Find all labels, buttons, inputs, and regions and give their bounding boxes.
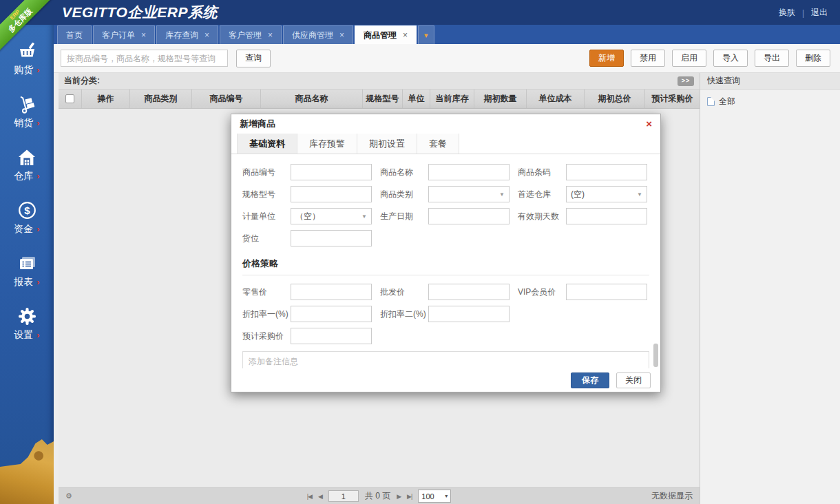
estimated-purchase-price-field[interactable] bbox=[291, 328, 372, 344]
close-icon[interactable]: × bbox=[646, 119, 652, 129]
col-category[interactable]: 商品类别 bbox=[130, 90, 192, 108]
close-icon[interactable]: × bbox=[268, 31, 273, 39]
chevron-right-icon: › bbox=[36, 119, 39, 127]
disable-button[interactable]: 禁用 bbox=[631, 50, 665, 67]
col-unit-cost[interactable]: 单位成本 bbox=[527, 90, 585, 108]
discount-rate-2-field[interactable] bbox=[428, 306, 510, 322]
tab-inventory-query[interactable]: 库存查询 × bbox=[156, 25, 218, 44]
search-button[interactable]: 查询 bbox=[236, 50, 271, 67]
col-initial-total[interactable]: 期初总价 bbox=[585, 90, 645, 108]
storage-location-field[interactable] bbox=[291, 230, 372, 246]
sidebar-item-sales[interactable]: 销货 › bbox=[0, 86, 54, 138]
enable-button[interactable]: 启用 bbox=[672, 50, 706, 67]
field-label: VIP会员价 bbox=[518, 286, 566, 298]
col-spec[interactable]: 规格型号 bbox=[363, 90, 403, 108]
tab-product-management[interactable]: 商品管理 × bbox=[355, 25, 417, 44]
field-label: 预计采购价 bbox=[242, 330, 291, 342]
col-estimated-price[interactable]: 预计采购价 bbox=[645, 90, 700, 108]
chevron-down-icon: ▾ bbox=[445, 493, 448, 499]
chevron-right-icon: › bbox=[36, 278, 39, 286]
vip-price-field[interactable] bbox=[566, 284, 647, 300]
last-page-icon[interactable]: ▶| bbox=[407, 493, 412, 500]
discount-rate-1-field[interactable] bbox=[291, 306, 372, 322]
remark-textarea[interactable] bbox=[242, 351, 649, 368]
select-all-checkbox[interactable] bbox=[65, 94, 74, 103]
col-operation[interactable]: 操作 bbox=[82, 90, 130, 108]
product-code-field[interactable] bbox=[291, 164, 372, 180]
tab-label: 首页 bbox=[66, 26, 83, 44]
field-label: 折扣率二(%) bbox=[380, 308, 428, 320]
sidebar-item-funds[interactable]: $ 资金 › bbox=[0, 192, 54, 244]
svg-text:$: $ bbox=[24, 204, 30, 216]
next-page-icon[interactable]: ▶ bbox=[397, 493, 401, 500]
spec-model-field[interactable] bbox=[291, 186, 372, 202]
preferred-warehouse-select[interactable]: (空) ▼ bbox=[566, 186, 647, 202]
scrollbar-thumb[interactable] bbox=[653, 344, 658, 367]
delete-button[interactable]: 删除 bbox=[796, 50, 830, 67]
production-date-field[interactable] bbox=[428, 208, 510, 224]
close-icon[interactable]: × bbox=[403, 31, 408, 39]
pager-gear-icon[interactable]: ⚙ bbox=[65, 492, 72, 501]
tab-more-dropdown[interactable]: ▾ bbox=[418, 25, 434, 44]
first-page-icon[interactable]: |◀ bbox=[307, 493, 312, 500]
header-divider: | bbox=[802, 8, 804, 18]
close-icon[interactable]: × bbox=[141, 31, 146, 39]
change-skin-link[interactable]: 换肤 bbox=[779, 7, 795, 19]
tab-customer-management[interactable]: 客户管理 × bbox=[220, 25, 282, 44]
tab-label: 客户管理 bbox=[229, 26, 262, 44]
wholesale-price-field[interactable] bbox=[428, 284, 510, 300]
col-name[interactable]: 商品名称 bbox=[261, 90, 363, 108]
unit-select[interactable]: （空） ▼ bbox=[291, 208, 372, 224]
dialog-titlebar: 新增商品 × bbox=[231, 114, 660, 134]
quick-query-item-all[interactable]: 全部 bbox=[700, 90, 840, 114]
current-category-label: 当前分类: bbox=[64, 75, 100, 87]
tab-label: 供应商管理 bbox=[292, 26, 333, 44]
empty-data-text: 无数据显示 bbox=[451, 490, 693, 502]
category-bar: 当前分类: >> bbox=[59, 73, 700, 90]
sidebar-item-reports[interactable]: 报表 › bbox=[0, 245, 54, 297]
search-input[interactable] bbox=[61, 50, 228, 67]
close-icon[interactable]: × bbox=[204, 31, 209, 39]
field-label: 折扣率一(%) bbox=[242, 308, 291, 320]
tab-customer-orders[interactable]: 客户订单 × bbox=[93, 25, 155, 44]
quick-query-title: 快速查询 bbox=[700, 73, 840, 90]
tab-stock-alert[interactable]: 库存预警 bbox=[297, 134, 357, 154]
price-strategy-section-title: 价格策略 bbox=[242, 258, 649, 275]
tab-combo[interactable]: 套餐 bbox=[417, 134, 459, 154]
page-size-select[interactable]: 100 ▾ bbox=[418, 490, 451, 503]
tab-basic-info[interactable]: 基础资料 bbox=[237, 134, 297, 154]
dialog-body: 商品编号 商品名称 商品条码 规格型号 商品类别 ▼ bbox=[231, 154, 660, 368]
tab-home[interactable]: 首页 bbox=[57, 25, 92, 44]
export-button[interactable]: 导出 bbox=[755, 50, 789, 67]
document-icon bbox=[707, 97, 715, 106]
prev-page-icon[interactable]: ◀ bbox=[318, 493, 322, 500]
page-number-input[interactable] bbox=[328, 490, 359, 502]
category-select[interactable]: ▼ bbox=[428, 186, 510, 202]
col-initial-qty[interactable]: 期初数量 bbox=[474, 90, 527, 108]
select-all-cell bbox=[59, 90, 82, 108]
col-unit[interactable]: 单位 bbox=[403, 90, 430, 108]
col-code[interactable]: 商品编号 bbox=[192, 90, 261, 108]
gear-icon bbox=[18, 306, 36, 326]
sidebar-item-warehouse[interactable]: 仓库 › bbox=[0, 139, 54, 191]
add-button[interactable]: 新增 bbox=[589, 50, 624, 67]
retail-price-field[interactable] bbox=[291, 284, 372, 300]
tab-label: 库存查询 bbox=[165, 26, 198, 44]
sidebar-item-label: 购货 bbox=[14, 64, 33, 76]
close-icon[interactable]: × bbox=[339, 31, 344, 39]
col-current-stock[interactable]: 当前库存 bbox=[430, 90, 474, 108]
validity-days-field[interactable] bbox=[566, 208, 647, 224]
tab-supplier-management[interactable]: 供应商管理 × bbox=[283, 25, 353, 44]
collapse-panel-button[interactable]: >> bbox=[678, 76, 694, 86]
field-label: 生产日期 bbox=[380, 211, 428, 222]
chevron-down-icon: ▼ bbox=[637, 191, 642, 198]
logout-link[interactable]: 退出 bbox=[811, 7, 828, 19]
barcode-field[interactable] bbox=[566, 164, 647, 180]
close-button[interactable]: 关闭 bbox=[616, 372, 651, 388]
product-name-field[interactable] bbox=[428, 164, 510, 180]
save-button[interactable]: 保存 bbox=[571, 372, 609, 388]
sidebar-item-settings[interactable]: 设置 › bbox=[0, 298, 54, 350]
tab-initial-setup[interactable]: 期初设置 bbox=[357, 134, 417, 154]
field-label: 商品名称 bbox=[380, 167, 428, 178]
import-button[interactable]: 导入 bbox=[713, 50, 748, 67]
